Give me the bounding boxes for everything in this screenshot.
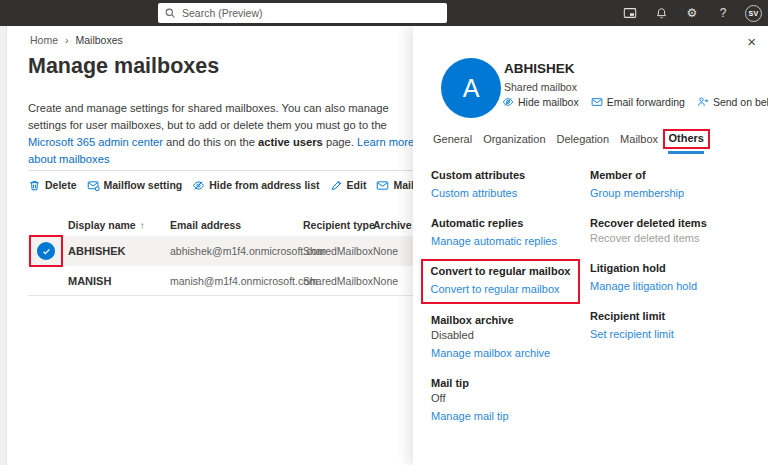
section-mailbox-archive: Mailbox archive Disabled Manage mailbox … (431, 313, 590, 361)
page-description: Create and manage settings for shared ma… (28, 100, 420, 168)
convert-to-regular-mailbox-link[interactable]: Convert to regular mailbox (431, 283, 560, 295)
cell-display-name: ABHISHEK (68, 245, 125, 257)
toolbar-label: Edit (347, 179, 367, 191)
section-custom-attributes: Custom attributes Custom attributes (431, 168, 590, 201)
manage-mail-tip-link[interactable]: Manage mail tip (431, 410, 509, 422)
cell-archive-status: None (373, 245, 398, 257)
eye-off-icon (502, 96, 514, 108)
active-users-text: active users (258, 136, 323, 148)
close-icon[interactable]: × (747, 34, 756, 49)
breadcrumb: Home › Mailboxes (30, 34, 123, 46)
account-avatar[interactable]: SV (745, 5, 762, 22)
action-label: Send on behalf (713, 96, 768, 108)
action-label: Email forwarding (607, 96, 685, 108)
manage-litigation-hold-link[interactable]: Manage litigation hold (590, 280, 697, 292)
section-litigation-hold: Litigation hold Manage litigation hold (590, 261, 755, 294)
section-recover-deleted-items: Recover deleted items Recover deleted it… (590, 216, 755, 246)
search-input[interactable] (182, 7, 441, 19)
section-recipient-limit: Recipient limit Set recipient limit (590, 309, 755, 342)
bell-icon[interactable] (652, 4, 670, 22)
edit-icon (330, 179, 343, 192)
collapsed-nav-rail (0, 26, 7, 465)
tab-label: Others (669, 132, 704, 144)
toolbar-label: Delete (45, 179, 77, 191)
section-title: Recover deleted items (590, 216, 755, 231)
row-selected-checkbox[interactable] (37, 242, 55, 260)
set-recipient-limit-link[interactable]: Set recipient limit (590, 328, 674, 340)
cell-email: manish@m1f4.onmicrosoft.com (170, 275, 318, 287)
section-convert-to-regular-mailbox: Convert to regular mailbox Convert to re… (431, 264, 590, 298)
help-icon[interactable]: ? (714, 4, 732, 22)
group-membership-link[interactable]: Group membership (590, 187, 684, 199)
tab-general[interactable]: General (433, 131, 472, 147)
column-label: Display name (68, 219, 136, 231)
section-title: Mail tip (431, 376, 590, 391)
tab-mailbox[interactable]: Mailbox (620, 131, 658, 147)
email-forwarding-button[interactable]: Email forwarding (591, 96, 685, 108)
active-tab-indicator (668, 151, 704, 154)
mailbox-table: Display name↑ Email address Recipient ty… (28, 214, 413, 296)
section-title: Recipient limit (590, 309, 755, 324)
tab-organization[interactable]: Organization (483, 131, 545, 147)
toolbar-divider (28, 170, 413, 171)
global-search[interactable] (158, 3, 447, 23)
admin-center-link[interactable]: Microsoft 365 admin center (28, 136, 163, 148)
manage-mailbox-archive-link[interactable]: Manage mailbox archive (431, 347, 550, 359)
tab-delegation[interactable]: Delegation (557, 131, 610, 147)
manage-automatic-replies-link[interactable]: Manage automatic replies (431, 235, 557, 247)
toolbar-label: Hide from address list (209, 179, 319, 191)
mailflow-icon (87, 179, 100, 192)
mailbox-name: ABHISHEK (504, 61, 575, 76)
breadcrumb-home[interactable]: Home (30, 34, 58, 46)
trash-icon (28, 179, 41, 192)
mail-tip-value: Off (431, 391, 590, 406)
section-automatic-replies: Automatic replies Manage automatic repli… (431, 216, 590, 249)
others-tab-content: Custom attributes Custom attributes Auto… (431, 168, 761, 439)
delete-button[interactable]: Delete (28, 179, 77, 192)
table-row-manish[interactable]: MANISH manish@m1f4.onmicrosoft.com Share… (28, 266, 413, 296)
mailflow-setting-button[interactable]: Mailflow setting (87, 179, 183, 192)
column-recipient-type[interactable]: Recipient type (303, 219, 375, 231)
panel-tabs: General Organization Delegation Mailbox … (433, 130, 703, 148)
annotation-box-others-tab: Others (663, 129, 710, 149)
section-title: Litigation hold (590, 261, 755, 276)
cell-recipient-type: SharedMailbox (303, 275, 373, 287)
mailbox-details-panel: × A ABHISHEK Shared mailbox Hide mailbox… (413, 26, 768, 465)
person-arrow-icon (697, 96, 709, 108)
cell-recipient-type: SharedMailbox (303, 245, 373, 257)
description-text: page. (323, 136, 357, 148)
envelope-icon (591, 96, 603, 108)
hide-mailbox-button[interactable]: Hide mailbox (502, 96, 579, 108)
table-header-row: Display name↑ Email address Recipient ty… (28, 214, 413, 236)
column-display-name[interactable]: Display name↑ (68, 219, 145, 231)
column-email[interactable]: Email address (170, 219, 241, 231)
top-app-bar: ⚙ ? SV (0, 0, 768, 26)
window-icon[interactable] (621, 4, 639, 22)
toolbar-label: Mailflow setting (104, 179, 183, 191)
chevron-right-icon: › (65, 34, 69, 46)
sort-ascending-icon: ↑ (140, 220, 145, 231)
page-title: Manage mailboxes (28, 54, 219, 79)
section-title: Convert to regular mailbox (431, 264, 571, 279)
send-on-behalf-button[interactable]: Send on behalf (697, 96, 768, 108)
custom-attributes-link[interactable]: Custom attributes (431, 187, 517, 199)
checkmark-icon (41, 246, 52, 257)
edit-button[interactable]: Edit (330, 179, 367, 192)
section-member-of: Member of Group membership (590, 168, 755, 201)
tab-others[interactable]: Others (669, 130, 703, 148)
panel-action-bar: Hide mailbox Email forwarding Send on be… (502, 96, 768, 108)
hide-from-address-list-button[interactable]: Hide from address list (192, 179, 319, 192)
gear-icon[interactable]: ⚙ (683, 4, 701, 22)
section-title: Custom attributes (431, 168, 590, 183)
eye-off-icon (192, 179, 205, 192)
cell-archive-status: None (373, 275, 398, 287)
breadcrumb-current: Mailboxes (76, 34, 123, 46)
avatar: A (441, 58, 501, 118)
recover-deleted-items-disabled: Recover deleted items (590, 231, 755, 246)
cell-display-name: MANISH (68, 275, 111, 287)
mailbox-toolbar: Delete Mailflow setting Hide from addres… (28, 176, 428, 194)
table-row-abhishek[interactable]: ABHISHEK abhishek@m1f4.onmicrosoft.com S… (28, 236, 413, 266)
annotation-box-convert-section: Convert to regular mailbox Convert to re… (421, 259, 581, 304)
description-text: Create and manage settings for shared ma… (28, 102, 389, 131)
section-title: Automatic replies (431, 216, 590, 231)
